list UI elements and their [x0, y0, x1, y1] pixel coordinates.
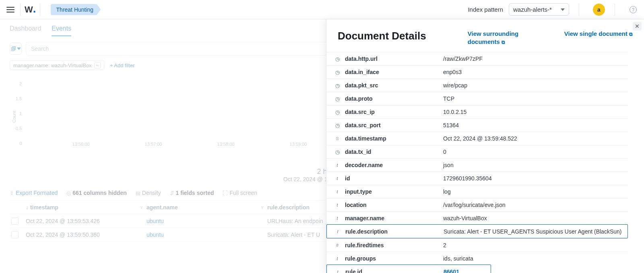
divider: [615, 4, 615, 16]
field-type-icon: [334, 203, 341, 207]
field-type-icon: [334, 163, 341, 168]
field-value: 2: [443, 242, 628, 248]
field-type-icon: [334, 69, 341, 75]
field-value: TCP: [443, 95, 628, 102]
index-pattern-label: Index pattern: [468, 6, 503, 13]
field-key: data.proto: [345, 95, 443, 102]
field-value: 10.0.2.15: [443, 109, 628, 115]
field-value: wire/pcap: [443, 82, 628, 89]
xtick: 13:59:00: [290, 142, 307, 147]
sort-button[interactable]: ⇵1 fields sorted: [170, 190, 214, 196]
ytick: 1.5: [15, 96, 22, 101]
field-type-icon: [334, 216, 341, 221]
field-value: wazuh-VirtualBox: [443, 215, 628, 221]
field-row[interactable]: data.http.url/raw/ZkwP7zPF: [326, 52, 628, 65]
close-icon[interactable]: ✕: [633, 22, 642, 31]
inspect-icon[interactable]: [11, 231, 19, 238]
field-row[interactable]: rule.descriptionSuricata: Alert - ET USE…: [327, 225, 627, 238]
field-row[interactable]: data.in_ifaceenp0s3: [326, 65, 628, 79]
field-type-icon: [334, 122, 341, 128]
field-type-icon: [334, 56, 341, 62]
field-value: 1729601990.35604: [443, 175, 628, 182]
field-type-icon: [334, 176, 341, 181]
field-value: 51364: [443, 122, 628, 128]
field-type-icon: [334, 149, 341, 155]
inspect-icon[interactable]: [11, 217, 19, 225]
field-row[interactable]: rule.id86601: [327, 265, 491, 273]
view-single-link[interactable]: View single document⧉: [564, 30, 633, 46]
ytick: 1: [15, 111, 22, 116]
saved-query-button[interactable]: 🗐: [10, 43, 22, 55]
cell-agent[interactable]: ubuntu: [147, 218, 267, 224]
field-row[interactable]: data.protoTCP: [326, 92, 628, 105]
field-key: rule.description: [345, 228, 444, 235]
index-pattern-select[interactable]: wazuh-alerts-*: [509, 3, 569, 16]
th-timestamp[interactable]: timestamp: [30, 204, 58, 211]
tab-events[interactable]: Events: [52, 25, 71, 36]
breadcrumb[interactable]: Threat Hunting: [51, 4, 101, 15]
ytick: 0.5: [15, 126, 22, 131]
help-icon[interactable]: ?: [630, 6, 637, 13]
tab-dashboard[interactable]: Dashboard: [10, 25, 41, 36]
divider: [40, 4, 40, 16]
field-type-icon: [334, 269, 341, 273]
ytick: 0: [15, 141, 22, 146]
field-row[interactable]: id1729601990.35604: [326, 172, 628, 185]
hits-count: 2 h: [317, 168, 327, 176]
field-type-icon: [334, 83, 341, 89]
field-row[interactable]: data.timestampOct 22, 2024 @ 13:59:48.52…: [326, 132, 628, 145]
index-pattern-value: wazuh-alerts-*: [513, 6, 552, 13]
columns-hidden-button[interactable]: ◎661 columns hidden: [66, 190, 127, 196]
swap-icon[interactable]: ⇆: [94, 62, 101, 68]
logo[interactable]: W.: [25, 4, 36, 15]
avatar[interactable]: a: [593, 4, 605, 16]
export-button[interactable]: ⇪Export Formated: [10, 190, 58, 196]
menu-icon[interactable]: [5, 5, 16, 14]
field-row[interactable]: data.src_ip10.0.2.15: [326, 105, 628, 118]
topbar: W. Threat Hunting Index pattern wazuh-al…: [0, 0, 644, 19]
view-surrounding-link[interactable]: View surrounding documents⧉: [468, 30, 540, 46]
field-row[interactable]: rule.firedtimes2: [326, 238, 628, 252]
field-key: data.in_iface: [345, 69, 443, 75]
fullscreen-button[interactable]: ⛶Full screen: [223, 190, 257, 196]
field-row[interactable]: data.tx_id0: [326, 145, 628, 158]
flyout-title: Document Details: [338, 30, 426, 42]
field-key: rule.firedtimes: [345, 242, 443, 248]
field-key: data.http.url: [345, 56, 443, 62]
filter-pill[interactable]: manager.name: wazuh-VirtualBox ⇆: [10, 60, 104, 70]
th-agent[interactable]: agent.name: [147, 204, 178, 211]
field-type-icon: [334, 243, 341, 248]
field-row[interactable]: data.src_port51364: [326, 118, 628, 132]
divider: [579, 4, 579, 16]
field-value: 0: [443, 149, 628, 155]
xtick: 13:56:00: [72, 142, 90, 147]
field-value: json: [443, 162, 628, 168]
density-button[interactable]: ▤Density: [136, 190, 161, 196]
field-key: location: [345, 202, 443, 208]
divider: [20, 4, 21, 16]
field-row[interactable]: manager.namewazuh-VirtualBox: [326, 211, 628, 225]
th-rule[interactable]: rule.description: [267, 204, 310, 211]
field-key: data.src_ip: [345, 109, 443, 115]
external-link-icon: ⧉: [629, 31, 633, 38]
field-row[interactable]: data.pkt_srcwire/pcap: [326, 79, 628, 92]
field-key: decoder.name: [345, 162, 443, 168]
field-value: 86601: [444, 269, 491, 273]
highlighted-field: rule.id86601: [326, 265, 491, 273]
field-key: data.src_port: [345, 122, 443, 128]
field-key: id: [345, 175, 443, 182]
cell-timestamp: Oct 22, 2024 @ 13:59:50.360: [26, 232, 147, 238]
field-row[interactable]: decoder.namejson: [326, 158, 628, 172]
field-value: enp0s3: [443, 69, 628, 75]
field-key: data.pkt_src: [345, 82, 443, 89]
add-filter-button[interactable]: + Add filter: [110, 62, 135, 68]
ytick: 2: [15, 81, 22, 86]
cell-agent[interactable]: ubuntu: [147, 232, 267, 238]
field-key: rule.groups: [345, 255, 443, 262]
field-value: Suricata: Alert - ET USER_AGENTS Suspici…: [444, 228, 627, 235]
field-type-icon: [334, 109, 341, 115]
field-type-icon: [334, 229, 341, 234]
field-row[interactable]: location/var/log/suricata/eve.json: [326, 198, 628, 211]
field-row[interactable]: input.typelog: [326, 185, 628, 198]
field-row[interactable]: rule.groupsids, suricata: [326, 252, 628, 265]
